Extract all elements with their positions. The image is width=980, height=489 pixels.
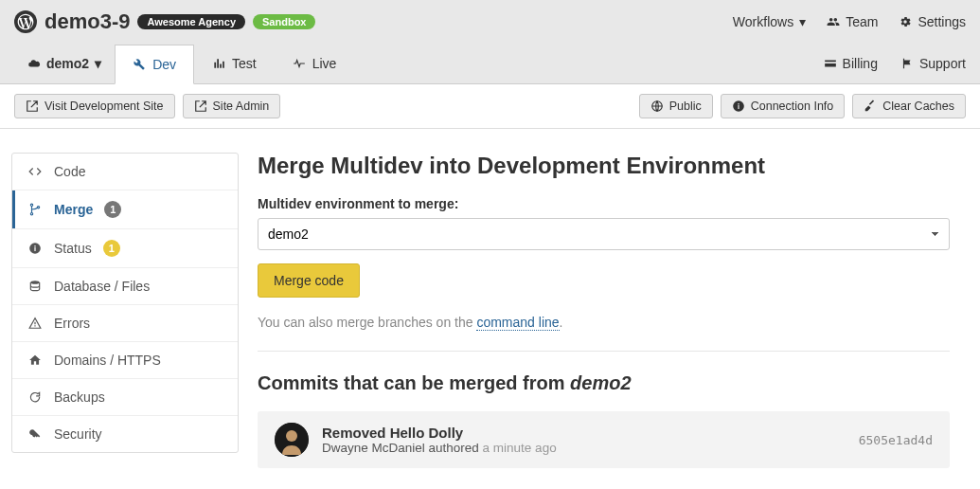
- team-icon: [827, 15, 840, 28]
- settings-link[interactable]: Settings: [899, 14, 966, 29]
- sidebar-item-label: Database / Files: [54, 279, 150, 294]
- workflows-menu[interactable]: Workflows ▾: [733, 14, 806, 29]
- env-dropdown-label: demo2: [46, 56, 89, 71]
- header-left: demo3-9 Awesome Agency Sandbox: [14, 9, 315, 34]
- help-suffix: .: [560, 315, 563, 330]
- globe-icon: [650, 100, 664, 113]
- billing-label: Billing: [843, 56, 878, 71]
- sidebar-item-database[interactable]: Database / Files: [12, 268, 238, 305]
- sidebar-item-label: Security: [54, 426, 102, 442]
- help-text: You can also merge branches on the comma…: [258, 315, 950, 352]
- chart-icon: [212, 57, 225, 70]
- env-dropdown[interactable]: demo2 ▾: [14, 46, 115, 81]
- svg-point-2: [30, 204, 32, 206]
- key-icon: [27, 427, 43, 441]
- connection-info-button[interactable]: Connection Info: [721, 94, 846, 118]
- sidebar-item-security[interactable]: Security: [12, 416, 238, 452]
- sidebar-item-merge[interactable]: Merge 1: [12, 190, 238, 229]
- commit-hash: 6505e1ad4d: [859, 433, 933, 447]
- connection-info-label: Connection Info: [751, 100, 834, 113]
- tab-test[interactable]: Test: [194, 44, 275, 83]
- commit-row[interactable]: Removed Hello Dolly Dwayne McDaniel auth…: [258, 411, 950, 468]
- sidebar-item-label: Code: [54, 164, 85, 179]
- sidebar-item-status[interactable]: Status 1: [12, 229, 238, 268]
- agency-badge: Awesome Agency: [137, 14, 245, 29]
- public-label: Public: [669, 100, 702, 113]
- tabs-left: demo2 ▾ Dev Test Live: [14, 44, 354, 83]
- tab-dev[interactable]: Dev: [115, 45, 194, 84]
- commits-heading-prefix: Commits that can be merged from: [258, 372, 570, 393]
- toolbar: Visit Development Site Site Admin Public…: [0, 84, 980, 129]
- billing-link[interactable]: Billing: [824, 46, 878, 81]
- team-link[interactable]: Team: [827, 14, 878, 29]
- toolbar-right: Public Connection Info Clear Caches: [639, 94, 966, 118]
- tabbar: demo2 ▾ Dev Test Live Billing Support: [0, 44, 980, 84]
- content: Code Merge 1 Status 1 Database / Files E…: [0, 129, 980, 489]
- card-icon: [824, 57, 837, 70]
- commit-body: Removed Hello Dolly Dwayne McDaniel auth…: [322, 425, 846, 455]
- env-field-label: Multidev environment to merge:: [258, 196, 950, 211]
- sidebar-item-label: Backups: [54, 389, 105, 405]
- clear-caches-button[interactable]: Clear Caches: [852, 94, 966, 118]
- visit-site-button[interactable]: Visit Development Site: [14, 94, 175, 118]
- chevron-down-icon: ▾: [95, 56, 101, 71]
- commit-meta: Dwayne McDaniel authored a minute ago: [322, 441, 846, 455]
- flag-icon: [900, 57, 914, 70]
- command-line-link[interactable]: command line: [476, 315, 559, 331]
- wrench-icon: [133, 58, 146, 71]
- header-right: Workflows ▾ Team Settings: [733, 14, 966, 29]
- external-link-icon: [194, 100, 207, 113]
- sidebar-item-label: Domains / HTTPS: [54, 353, 161, 368]
- home-icon: [27, 353, 43, 367]
- sandbox-badge: Sandbox: [253, 14, 315, 29]
- site-name: demo3-9: [45, 9, 130, 34]
- gear-icon: [899, 15, 912, 28]
- tab-dev-label: Dev: [152, 57, 176, 72]
- help-prefix: You can also merge branches on the: [258, 315, 476, 330]
- visit-site-label: Visit Development Site: [45, 100, 164, 113]
- sidebar-item-label: Merge: [54, 202, 93, 217]
- database-icon: [27, 280, 43, 293]
- sidebar: Code Merge 1 Status 1 Database / Files E…: [11, 153, 239, 453]
- warning-icon: [27, 317, 43, 330]
- external-link-icon: [26, 100, 39, 113]
- cloud-icon: [27, 57, 41, 70]
- support-label: Support: [919, 56, 966, 71]
- public-button[interactable]: Public: [639, 94, 713, 118]
- merge-icon: [27, 203, 43, 216]
- tabs-right: Billing Support: [824, 46, 966, 81]
- status-badge: 1: [103, 240, 120, 257]
- chevron-down-icon: ▾: [799, 14, 806, 29]
- code-icon: [27, 165, 43, 178]
- avatar: [275, 423, 309, 457]
- header: demo3-9 Awesome Agency Sandbox Workflows…: [0, 0, 980, 44]
- site-admin-button[interactable]: Site Admin: [183, 94, 281, 118]
- refresh-icon: [27, 390, 43, 404]
- env-select[interactable]: demo2: [258, 218, 950, 250]
- merge-code-button[interactable]: Merge code: [258, 263, 360, 298]
- team-label: Team: [846, 14, 878, 29]
- commit-author: Dwayne McDaniel authored: [322, 441, 483, 455]
- page-title: Merge Multidev into Development Environm…: [258, 153, 950, 179]
- info-icon: [732, 100, 745, 113]
- sidebar-item-errors[interactable]: Errors: [12, 305, 238, 342]
- tab-live[interactable]: Live: [275, 44, 355, 83]
- svg-point-3: [30, 213, 32, 215]
- wordpress-icon: [14, 10, 37, 33]
- merge-badge: 1: [104, 201, 121, 218]
- sidebar-item-label: Errors: [54, 316, 90, 331]
- tab-live-label: Live: [312, 56, 337, 71]
- commits-heading-env: demo2: [570, 372, 631, 393]
- workflows-label: Workflows: [733, 14, 793, 29]
- commit-title: Removed Hello Dolly: [322, 425, 846, 441]
- support-link[interactable]: Support: [900, 46, 966, 81]
- toolbar-left: Visit Development Site Site Admin: [14, 94, 280, 118]
- main: Merge Multidev into Development Environm…: [258, 153, 969, 468]
- sidebar-item-backups[interactable]: Backups: [12, 379, 238, 416]
- settings-label: Settings: [918, 14, 966, 29]
- commits-heading: Commits that can be merged from demo2: [258, 372, 950, 394]
- sidebar-item-domains[interactable]: Domains / HTTPS: [12, 342, 238, 379]
- sidebar-item-code[interactable]: Code: [12, 154, 238, 190]
- sidebar-item-label: Status: [54, 241, 92, 256]
- info-icon: [27, 242, 43, 255]
